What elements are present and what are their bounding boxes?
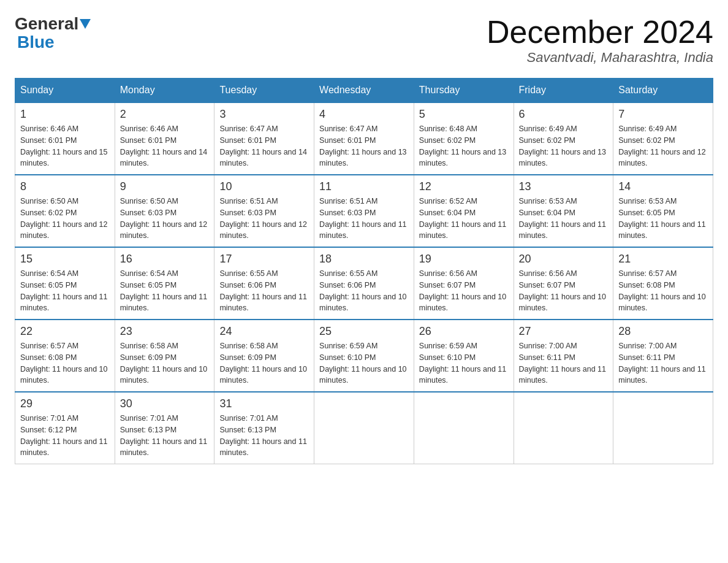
day-cell: 8 Sunrise: 6:50 AMSunset: 6:02 PMDayligh… bbox=[15, 175, 115, 247]
day-cell: 13 Sunrise: 6:53 AMSunset: 6:04 PMDaylig… bbox=[514, 175, 613, 247]
day-cell: 18 Sunrise: 6:55 AMSunset: 6:06 PMDaylig… bbox=[314, 247, 414, 320]
day-number: 1 bbox=[20, 108, 110, 121]
day-cell: 17 Sunrise: 6:55 AMSunset: 6:06 PMDaylig… bbox=[214, 247, 314, 320]
month-title: December 2024 bbox=[487, 15, 713, 50]
day-cell: 31 Sunrise: 7:01 AMSunset: 6:13 PMDaylig… bbox=[214, 392, 314, 464]
day-number: 20 bbox=[519, 253, 609, 266]
day-cell: 26 Sunrise: 6:59 AMSunset: 6:10 PMDaylig… bbox=[414, 320, 514, 392]
day-info: Sunrise: 6:47 AMSunset: 6:01 PMDaylight:… bbox=[219, 124, 306, 167]
col-header-thursday: Thursday bbox=[414, 79, 514, 103]
week-row-1: 1 Sunrise: 6:46 AMSunset: 6:01 PMDayligh… bbox=[15, 102, 713, 175]
day-info: Sunrise: 6:49 AMSunset: 6:02 PMDaylight:… bbox=[618, 124, 705, 167]
day-cell: 29 Sunrise: 7:01 AMSunset: 6:12 PMDaylig… bbox=[15, 392, 115, 464]
day-number: 19 bbox=[419, 253, 509, 266]
day-cell: 4 Sunrise: 6:47 AMSunset: 6:01 PMDayligh… bbox=[314, 102, 414, 175]
day-number: 5 bbox=[419, 108, 509, 121]
day-number: 17 bbox=[219, 253, 309, 266]
day-number: 27 bbox=[519, 325, 609, 338]
day-number: 13 bbox=[519, 180, 609, 193]
day-info: Sunrise: 6:50 AMSunset: 6:02 PMDaylight:… bbox=[20, 197, 107, 240]
day-info: Sunrise: 6:46 AMSunset: 6:01 PMDaylight:… bbox=[120, 124, 207, 167]
day-number: 6 bbox=[519, 108, 609, 121]
day-number: 3 bbox=[219, 108, 309, 121]
week-row-5: 29 Sunrise: 7:01 AMSunset: 6:12 PMDaylig… bbox=[15, 392, 713, 464]
day-cell: 22 Sunrise: 6:57 AMSunset: 6:08 PMDaylig… bbox=[15, 320, 115, 392]
col-header-saturday: Saturday bbox=[613, 79, 713, 103]
logo: General Blue bbox=[15, 15, 91, 52]
day-info: Sunrise: 6:58 AMSunset: 6:09 PMDaylight:… bbox=[120, 342, 207, 385]
col-header-wednesday: Wednesday bbox=[314, 79, 414, 103]
day-info: Sunrise: 6:56 AMSunset: 6:07 PMDaylight:… bbox=[519, 269, 606, 312]
day-cell bbox=[414, 392, 514, 464]
day-number: 24 bbox=[219, 325, 309, 338]
day-number: 14 bbox=[618, 180, 708, 193]
day-info: Sunrise: 6:56 AMSunset: 6:07 PMDaylight:… bbox=[419, 269, 506, 312]
day-info: Sunrise: 6:53 AMSunset: 6:04 PMDaylight:… bbox=[519, 197, 606, 240]
day-info: Sunrise: 7:01 AMSunset: 6:12 PMDaylight:… bbox=[20, 414, 107, 457]
day-info: Sunrise: 6:55 AMSunset: 6:06 PMDaylight:… bbox=[319, 269, 406, 312]
day-cell: 16 Sunrise: 6:54 AMSunset: 6:05 PMDaylig… bbox=[115, 247, 214, 320]
day-cell: 19 Sunrise: 6:56 AMSunset: 6:07 PMDaylig… bbox=[414, 247, 514, 320]
day-info: Sunrise: 6:46 AMSunset: 6:01 PMDaylight:… bbox=[20, 124, 107, 167]
day-number: 2 bbox=[120, 108, 210, 121]
day-info: Sunrise: 6:48 AMSunset: 6:02 PMDaylight:… bbox=[419, 124, 506, 167]
day-info: Sunrise: 6:55 AMSunset: 6:06 PMDaylight:… bbox=[219, 269, 306, 312]
week-row-3: 15 Sunrise: 6:54 AMSunset: 6:05 PMDaylig… bbox=[15, 247, 713, 320]
day-number: 11 bbox=[319, 180, 409, 193]
day-info: Sunrise: 6:53 AMSunset: 6:05 PMDaylight:… bbox=[618, 197, 705, 240]
day-cell: 5 Sunrise: 6:48 AMSunset: 6:02 PMDayligh… bbox=[414, 102, 514, 175]
day-cell: 24 Sunrise: 6:58 AMSunset: 6:09 PMDaylig… bbox=[214, 320, 314, 392]
day-cell: 15 Sunrise: 6:54 AMSunset: 6:05 PMDaylig… bbox=[15, 247, 115, 320]
day-number: 15 bbox=[20, 253, 110, 266]
day-cell: 11 Sunrise: 6:51 AMSunset: 6:03 PMDaylig… bbox=[314, 175, 414, 247]
day-cell: 2 Sunrise: 6:46 AMSunset: 6:01 PMDayligh… bbox=[115, 102, 214, 175]
day-info: Sunrise: 7:01 AMSunset: 6:13 PMDaylight:… bbox=[120, 414, 207, 457]
day-number: 4 bbox=[319, 108, 409, 121]
day-info: Sunrise: 7:01 AMSunset: 6:13 PMDaylight:… bbox=[219, 414, 306, 457]
day-number: 21 bbox=[618, 253, 708, 266]
location-subtitle: Savantvadi, Maharashtra, India bbox=[487, 50, 713, 66]
day-cell: 6 Sunrise: 6:49 AMSunset: 6:02 PMDayligh… bbox=[514, 102, 613, 175]
day-info: Sunrise: 7:00 AMSunset: 6:11 PMDaylight:… bbox=[618, 342, 705, 385]
day-cell bbox=[314, 392, 414, 464]
day-cell: 23 Sunrise: 6:58 AMSunset: 6:09 PMDaylig… bbox=[115, 320, 214, 392]
day-info: Sunrise: 6:54 AMSunset: 6:05 PMDaylight:… bbox=[120, 269, 207, 312]
day-number: 30 bbox=[120, 397, 210, 410]
day-number: 7 bbox=[618, 108, 708, 121]
day-cell: 27 Sunrise: 7:00 AMSunset: 6:11 PMDaylig… bbox=[514, 320, 613, 392]
day-info: Sunrise: 6:51 AMSunset: 6:03 PMDaylight:… bbox=[319, 197, 406, 240]
day-number: 8 bbox=[20, 180, 110, 193]
logo-text: General bbox=[15, 15, 91, 34]
day-info: Sunrise: 6:57 AMSunset: 6:08 PMDaylight:… bbox=[618, 269, 705, 312]
day-cell: 21 Sunrise: 6:57 AMSunset: 6:08 PMDaylig… bbox=[613, 247, 713, 320]
day-cell: 20 Sunrise: 6:56 AMSunset: 6:07 PMDaylig… bbox=[514, 247, 613, 320]
page-header: General Blue December 2024 Savantvadi, M… bbox=[15, 15, 713, 66]
day-info: Sunrise: 6:59 AMSunset: 6:10 PMDaylight:… bbox=[419, 342, 506, 385]
day-cell: 9 Sunrise: 6:50 AMSunset: 6:03 PMDayligh… bbox=[115, 175, 214, 247]
day-cell: 3 Sunrise: 6:47 AMSunset: 6:01 PMDayligh… bbox=[214, 102, 314, 175]
title-block: December 2024 Savantvadi, Maharashtra, I… bbox=[487, 15, 713, 66]
day-info: Sunrise: 7:00 AMSunset: 6:11 PMDaylight:… bbox=[519, 342, 606, 385]
day-cell: 28 Sunrise: 7:00 AMSunset: 6:11 PMDaylig… bbox=[613, 320, 713, 392]
day-number: 25 bbox=[319, 325, 409, 338]
svg-marker-0 bbox=[80, 19, 91, 29]
day-info: Sunrise: 6:59 AMSunset: 6:10 PMDaylight:… bbox=[319, 342, 406, 385]
day-cell bbox=[514, 392, 613, 464]
col-header-friday: Friday bbox=[514, 79, 613, 103]
day-cell: 7 Sunrise: 6:49 AMSunset: 6:02 PMDayligh… bbox=[613, 102, 713, 175]
logo-blue: Blue bbox=[17, 33, 55, 52]
day-info: Sunrise: 6:49 AMSunset: 6:02 PMDaylight:… bbox=[519, 124, 606, 167]
calendar-table: SundayMondayTuesdayWednesdayThursdayFrid… bbox=[15, 78, 713, 464]
day-number: 16 bbox=[120, 253, 210, 266]
day-info: Sunrise: 6:52 AMSunset: 6:04 PMDaylight:… bbox=[419, 197, 506, 240]
day-cell: 30 Sunrise: 7:01 AMSunset: 6:13 PMDaylig… bbox=[115, 392, 214, 464]
day-info: Sunrise: 6:50 AMSunset: 6:03 PMDaylight:… bbox=[120, 197, 207, 240]
col-header-sunday: Sunday bbox=[15, 79, 115, 103]
day-cell bbox=[613, 392, 713, 464]
day-number: 23 bbox=[120, 325, 210, 338]
day-cell: 14 Sunrise: 6:53 AMSunset: 6:05 PMDaylig… bbox=[613, 175, 713, 247]
day-info: Sunrise: 6:47 AMSunset: 6:01 PMDaylight:… bbox=[319, 124, 406, 167]
day-number: 9 bbox=[120, 180, 210, 193]
day-number: 31 bbox=[219, 397, 309, 410]
day-cell: 12 Sunrise: 6:52 AMSunset: 6:04 PMDaylig… bbox=[414, 175, 514, 247]
